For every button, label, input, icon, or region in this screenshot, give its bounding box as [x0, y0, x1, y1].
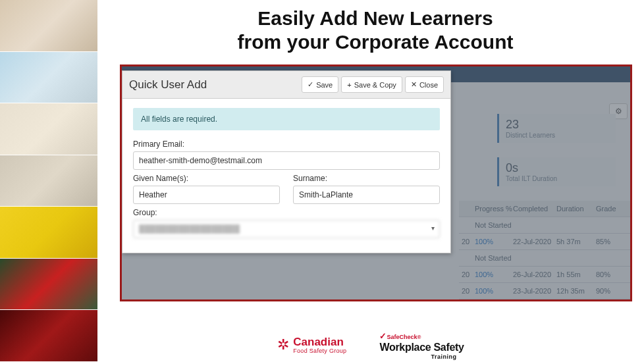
close-icon: ✕	[411, 80, 417, 89]
modal-title: Quick User Add	[129, 78, 207, 91]
required-notice: All fields are required.	[133, 108, 440, 130]
sidebar-photo	[0, 103, 97, 155]
photo-sidebar	[0, 0, 97, 362]
logo2-top: SafeCheck	[387, 334, 417, 340]
headline-line1: Easily Add New Learners	[132, 7, 619, 30]
checkmark-icon: ✓	[379, 331, 387, 341]
footer-logos: ✲ Canadian Food Safety Group ✓SafeCheck®…	[97, 332, 644, 358]
logo2-main: Workplace Safety	[379, 342, 464, 353]
sidebar-photo	[0, 310, 97, 362]
sidebar-photo	[0, 207, 97, 259]
app-screenshot: ⚙ 23 Distinct Learners 0s Total ILT Dura…	[120, 65, 632, 301]
email-field[interactable]	[133, 151, 440, 170]
given-name-field[interactable]	[133, 186, 280, 204]
quick-user-add-modal: Quick User Add ✓ Save + Save & Copy ✕ Cl…	[122, 70, 451, 253]
button-label: Save & Copy	[354, 81, 396, 89]
button-label: Save	[316, 81, 333, 89]
surname-label: Surname:	[293, 174, 440, 183]
page-headline: Easily Add New Learners from your Corpor…	[132, 7, 619, 54]
logo2-sub: Training	[431, 353, 464, 360]
canadian-food-safety-logo: ✲ Canadian Food Safety Group	[277, 336, 346, 354]
close-button[interactable]: ✕ Close	[405, 76, 444, 93]
modal-header: Quick User Add ✓ Save + Save & Copy ✕ Cl…	[122, 71, 450, 99]
logo1-title: Canadian	[293, 336, 346, 348]
maple-leaf-icon: ✲	[277, 336, 289, 353]
button-label: Close	[419, 81, 438, 89]
check-icon: ✓	[308, 80, 313, 89]
surname-field[interactable]	[293, 186, 440, 204]
given-name-label: Given Name(s):	[133, 174, 280, 183]
save-button[interactable]: ✓ Save	[302, 76, 338, 93]
modal-body: All fields are required. Primary Email: …	[122, 99, 450, 253]
logo1-subtitle: Food Safety Group	[293, 348, 346, 354]
sidebar-photo	[0, 259, 97, 311]
group-select-value[interactable]	[133, 220, 440, 238]
sidebar-photo	[0, 0, 97, 52]
modal-button-group: ✓ Save + Save & Copy ✕ Close	[302, 76, 444, 93]
sidebar-photo	[0, 155, 97, 207]
group-label: Group:	[133, 208, 440, 217]
workplace-safety-logo: ✓SafeCheck® Workplace Safety Training	[379, 330, 464, 360]
group-select[interactable]	[133, 220, 440, 238]
sidebar-photo	[0, 52, 97, 104]
save-copy-button[interactable]: + Save & Copy	[341, 76, 402, 93]
plus-icon: +	[347, 81, 351, 89]
email-label: Primary Email:	[133, 140, 440, 149]
headline-line2: from your Corporate Account	[132, 30, 619, 54]
